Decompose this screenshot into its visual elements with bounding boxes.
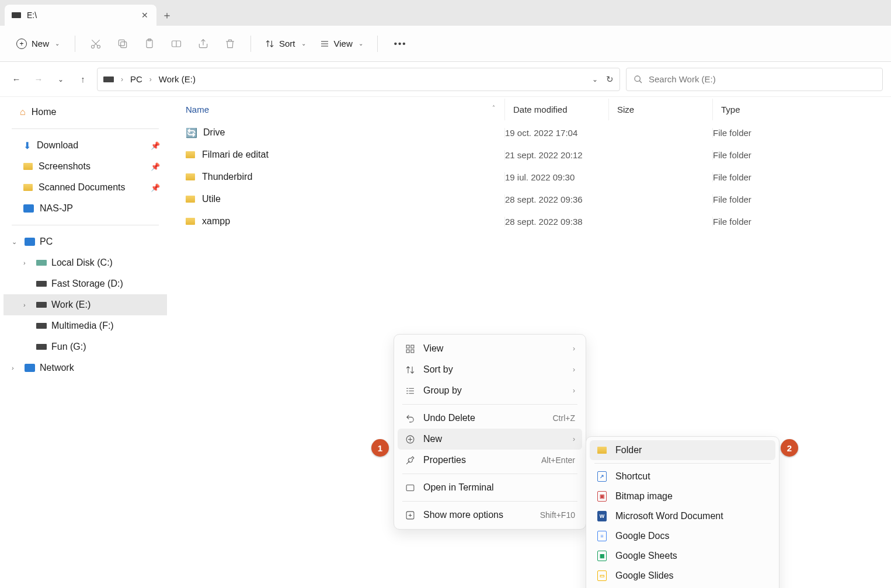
folder-icon <box>186 151 195 158</box>
search-input[interactable]: Search Work (E:) <box>626 68 883 91</box>
pin-icon: 📌 <box>151 183 160 192</box>
ctx-group-by[interactable]: Group by › <box>398 380 582 401</box>
close-tab-icon[interactable]: ✕ <box>140 11 149 20</box>
sidebar-drive-g[interactable]: › Fun (G:) <box>4 336 167 357</box>
ctx-open-terminal[interactable]: Open in Terminal <box>398 477 582 498</box>
pc-icon <box>25 238 35 246</box>
sub-label: Google Sheets <box>615 551 677 561</box>
col-type[interactable]: Type <box>712 99 891 120</box>
expand-icon[interactable]: › <box>23 301 32 308</box>
chevron-right-icon: › <box>573 387 575 395</box>
file-list[interactable]: Name˄ Date modified Size Type 🔄Drive 19 … <box>170 97 891 588</box>
ctx-show-more[interactable]: Show more options Shift+F10 <box>398 505 582 526</box>
folder-icon <box>23 184 33 191</box>
ctx-properties[interactable]: Properties Alt+Enter <box>398 450 582 471</box>
sort-icon <box>265 39 274 48</box>
sidebar-drive-f[interactable]: › Multimedia (F:) <box>4 315 167 336</box>
recent-dropdown[interactable]: ⌄ <box>53 71 69 88</box>
more-button[interactable]: ••• <box>387 35 414 52</box>
drive-sync-icon: 🔄 <box>186 127 196 138</box>
sub-word[interactable]: W Microsoft Word Document <box>590 506 775 526</box>
file-type: File folder <box>712 172 891 182</box>
delete-icon[interactable] <box>219 33 241 55</box>
file-row[interactable]: Thunderbird 19 iul. 2022 09:30 File fold… <box>170 166 891 188</box>
tab[interactable]: E:\ ✕ <box>5 5 156 26</box>
sub-gslides[interactable]: ▭ Google Slides <box>590 566 775 586</box>
expand-icon[interactable]: › <box>23 259 32 266</box>
sidebar-quick-screenshots[interactable]: Screenshots 📌 <box>4 156 167 177</box>
folder-icon <box>23 163 33 170</box>
sub-gdocs[interactable]: ≡ Google Docs <box>590 526 775 546</box>
up-button[interactable]: ↑ <box>75 71 91 88</box>
file-row[interactable]: 🔄Drive 19 oct. 2022 17:04 File folder <box>170 121 891 144</box>
tab-title: E:\ <box>27 11 134 20</box>
sub-gsheets[interactable]: ▦ Google Sheets <box>590 546 775 566</box>
breadcrumb-drive[interactable]: Work (E:) <box>159 74 196 84</box>
sidebar-quick-nas[interactable]: NAS-JP <box>4 198 167 219</box>
paste-icon[interactable] <box>138 33 161 55</box>
main: ⌂ Home ⬇ Download 📌 Screenshots 📌 Scanne… <box>0 97 891 588</box>
sidebar-quick-scanned[interactable]: Scanned Documents 📌 <box>4 177 167 198</box>
sort-button[interactable]: Sort ⌄ <box>260 35 311 52</box>
shortcut-icon: ↗ <box>597 471 607 482</box>
breadcrumb-pc[interactable]: PC <box>130 74 142 84</box>
new-button[interactable]: + New ⌄ <box>11 35 65 53</box>
file-type: File folder <box>712 217 891 227</box>
refresh-icon[interactable]: ↻ <box>606 74 614 85</box>
toolbar: + New ⌄ Sort ⌄ View ⌄ ••• <box>0 26 891 62</box>
col-size[interactable]: Size <box>608 99 712 120</box>
sub-label: Google Docs <box>615 531 670 541</box>
svg-rect-9 <box>410 345 413 348</box>
separator <box>75 36 75 52</box>
sidebar-drive-c[interactable]: › Local Disk (C:) <box>4 252 167 273</box>
file-row[interactable]: Utile 28 sept. 2022 09:36 File folder <box>170 188 891 210</box>
sidebar-quick-download[interactable]: ⬇ Download 📌 <box>4 135 167 156</box>
cut-icon[interactable] <box>85 33 107 55</box>
expand-icon[interactable]: › <box>12 364 20 371</box>
expand-icon[interactable]: ⌄ <box>12 238 20 246</box>
sub-powerpoint[interactable]: P Microsoft PowerPoint Presentation <box>590 586 775 588</box>
col-name[interactable]: Name˄ <box>170 99 504 120</box>
copy-icon[interactable] <box>112 33 134 55</box>
ctx-label: Undo Delete <box>423 413 475 423</box>
file-row[interactable]: xampp 28 sept. 2022 09:38 File folder <box>170 210 891 232</box>
rename-icon[interactable] <box>165 33 187 55</box>
sidebar-pc[interactable]: ⌄ PC <box>4 231 167 252</box>
address-bar[interactable]: › PC › Work (E:) ⌄ ↻ <box>97 68 620 91</box>
new-tab-button[interactable]: ＋ <box>156 5 177 26</box>
sub-label: Bitmap image <box>615 491 673 502</box>
file-row[interactable]: Filmari de editat 21 sept. 2022 20:12 Fi… <box>170 144 891 166</box>
sidebar-drive-e[interactable]: › Work (E:) <box>4 294 167 315</box>
sidebar-home[interactable]: ⌂ Home <box>4 102 167 123</box>
address-dropdown-icon[interactable]: ⌄ <box>592 75 598 83</box>
ctx-new[interactable]: New › <box>398 429 582 450</box>
drive-icon <box>103 76 114 82</box>
sub-label: Microsoft Word Document <box>615 511 723 521</box>
sub-folder[interactable]: Folder <box>590 440 775 460</box>
ctx-view[interactable]: View › <box>398 338 582 359</box>
svg-rect-3 <box>119 40 124 46</box>
ctx-sort-by[interactable]: Sort by › <box>398 359 582 380</box>
column-headers: Name˄ Date modified Size Type <box>170 97 891 121</box>
file-name: Utile <box>202 194 221 204</box>
forward-button[interactable]: → <box>30 71 47 88</box>
ctx-undo[interactable]: Undo Delete Ctrl+Z <box>398 408 582 429</box>
share-icon[interactable] <box>192 33 214 55</box>
sidebar-item-label: Fun (G:) <box>51 342 86 352</box>
plus-circle-icon: + <box>16 39 27 49</box>
view-label: View <box>334 39 353 48</box>
sidebar-drive-d[interactable]: › Fast Storage (D:) <box>4 273 167 294</box>
sub-bitmap[interactable]: ▣ Bitmap image <box>590 486 775 506</box>
sidebar-network[interactable]: › Network <box>4 357 167 378</box>
back-button[interactable]: ← <box>8 71 25 88</box>
view-button[interactable]: View ⌄ <box>315 35 368 52</box>
new-label: New <box>32 39 49 48</box>
gdocs-icon: ≡ <box>597 531 607 541</box>
chevron-right-icon: › <box>573 366 575 374</box>
word-icon: W <box>597 511 607 521</box>
col-date[interactable]: Date modified <box>504 99 608 120</box>
sub-shortcut[interactable]: ↗ Shortcut <box>590 467 775 486</box>
separator <box>402 501 577 502</box>
separator <box>594 463 771 464</box>
pin-icon: 📌 <box>151 162 160 171</box>
